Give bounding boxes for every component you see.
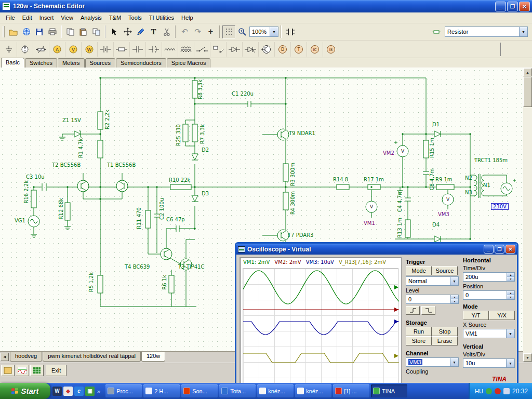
scroll-left-button[interactable]: ◀ xyxy=(1,353,9,361)
vertical-scrollbar[interactable]: ▲ ▼ xyxy=(523,68,532,362)
osc-minimize-button[interactable]: _ xyxy=(484,245,494,254)
task-button[interactable]: [1] ... xyxy=(333,384,369,397)
time-div-spinner[interactable]: 200u ▲▼ xyxy=(463,272,515,282)
copy-button[interactable] xyxy=(64,25,77,38)
minimized-window-button[interactable] xyxy=(1,365,15,376)
trigger-rising-edge-button[interactable] xyxy=(406,306,420,315)
yt-mode-button[interactable]: Y/T xyxy=(463,311,489,320)
volts-div-select[interactable]: 10u ▼ xyxy=(463,358,515,368)
chevron-down-icon[interactable]: ▼ xyxy=(270,27,278,36)
close-button[interactable]: ✕ xyxy=(519,2,530,11)
position-spinner[interactable]: 0 ▲▼ xyxy=(463,290,515,300)
ql-browser-icon[interactable]: e xyxy=(74,387,84,396)
chevron-down-icon[interactable]: ▼ xyxy=(450,358,458,366)
menu-item-t-m[interactable]: T&M xyxy=(105,14,125,22)
menu-item-insert[interactable]: Insert xyxy=(36,14,58,22)
scroll-down-button[interactable]: ▼ xyxy=(523,353,532,362)
save-button[interactable] xyxy=(33,25,46,38)
language-indicator[interactable]: HU xyxy=(475,388,483,394)
ground-button[interactable] xyxy=(1,42,17,57)
add-component-button[interactable]: + xyxy=(204,25,217,38)
pen-tool-button[interactable] xyxy=(134,25,147,38)
thyristor-button[interactable] xyxy=(243,42,259,57)
scroll-up-button[interactable]: ▲ xyxy=(523,68,532,76)
component-list-button[interactable] xyxy=(430,25,443,38)
wattmeter-button[interactable]: W xyxy=(82,42,98,57)
chevron-down-icon[interactable]: ▼ xyxy=(519,27,527,36)
relay-button[interactable] xyxy=(210,42,227,57)
ql-media-icon[interactable]: W xyxy=(52,387,62,396)
task-button[interactable]: knéz... xyxy=(257,384,294,397)
oscilloscope-title-bar[interactable]: Oscilloscope - Virtual _ ❐ ✕ xyxy=(236,244,517,255)
scrollbar-thumb[interactable] xyxy=(523,77,532,107)
task-button[interactable]: TINA xyxy=(371,384,407,397)
grid-window-button[interactable] xyxy=(30,365,44,376)
storage-run-button[interactable]: Run xyxy=(406,327,432,336)
maximize-button[interactable]: ❐ xyxy=(507,2,518,11)
ql-doc-icon[interactable]: ◆ xyxy=(63,387,73,396)
chevron-down-icon[interactable]: ▼ xyxy=(450,277,458,285)
inductor-button[interactable] xyxy=(162,42,178,57)
sheet-tab[interactable]: hoodveg xyxy=(10,352,42,362)
diode-button[interactable] xyxy=(227,42,243,57)
menu-item-edit[interactable]: Edit xyxy=(19,14,36,22)
zoom-level-select[interactable]: 100% ▼ xyxy=(249,26,278,37)
move-tool-button[interactable] xyxy=(121,25,134,38)
sheet-tab[interactable]: 120w xyxy=(141,352,165,362)
tray-volume-icon[interactable] xyxy=(503,388,510,394)
sheet-tab[interactable]: pwm kimenet holtidővel reál táppal xyxy=(43,352,141,362)
redo-button[interactable]: ↷ xyxy=(191,25,204,38)
oscilloscope-window[interactable]: Oscilloscope - Virtual _ ❐ ✕ VM1: 2mVVM2… xyxy=(235,242,518,387)
tab-spice-macros[interactable]: Spice Macros xyxy=(167,58,211,68)
task-button[interactable]: Tota... xyxy=(219,384,256,397)
osc-maximize-button[interactable]: ❐ xyxy=(495,245,504,254)
duplicate-button[interactable] xyxy=(90,25,103,38)
cut-button[interactable] xyxy=(160,25,173,38)
tab-semiconductors[interactable]: Semiconductors xyxy=(116,58,166,68)
yx-mode-button[interactable]: Y/X xyxy=(489,311,515,320)
select-tool-button[interactable] xyxy=(108,25,121,38)
print-button[interactable] xyxy=(46,25,59,38)
resistor-button[interactable] xyxy=(114,42,130,57)
menu-item-help[interactable]: Help xyxy=(178,14,197,22)
x-source-select[interactable]: VM1 ▼ xyxy=(463,329,515,338)
storage-stop-button[interactable]: Stop xyxy=(432,327,458,336)
task-button[interactable]: Proc... xyxy=(105,384,142,397)
trigger-mode-select[interactable]: Normal ▼ xyxy=(406,276,459,286)
ic-button[interactable]: IC xyxy=(307,42,323,57)
paste-button[interactable] xyxy=(77,25,90,38)
chevron-down-icon[interactable]: ▼ xyxy=(506,359,514,367)
potentiometer-button[interactable] xyxy=(33,42,49,57)
menu-item-analysis[interactable]: Analysis xyxy=(77,14,105,22)
undo-button[interactable]: ↶ xyxy=(178,25,191,38)
triac-button[interactable]: T xyxy=(291,42,307,57)
tab-meters[interactable]: Meters xyxy=(58,58,85,68)
task-button[interactable]: knéz... xyxy=(295,384,331,397)
grid-toggle-button[interactable] xyxy=(222,25,235,38)
chevron-down-icon[interactable]: ▼ xyxy=(506,329,514,338)
storage-erase-button[interactable]: Erase xyxy=(432,336,458,345)
tray-alert-icon[interactable] xyxy=(495,388,501,394)
diac-button[interactable]: D xyxy=(275,42,291,57)
clock[interactable]: 20:32 xyxy=(512,388,528,395)
tab-basic[interactable]: Basic xyxy=(1,58,24,68)
transistor-button[interactable] xyxy=(259,42,275,57)
zoom-tool-button[interactable] xyxy=(235,25,248,38)
voltmeter-button[interactable]: V xyxy=(65,42,82,57)
switch-button[interactable] xyxy=(194,42,210,57)
task-button[interactable]: Son... xyxy=(181,384,218,397)
tab-switches[interactable]: Switches xyxy=(25,58,57,68)
trigger-mode-button[interactable]: Mode xyxy=(406,266,432,275)
tray-status-icon[interactable] xyxy=(486,388,492,394)
exit-button[interactable]: Exit xyxy=(46,365,66,376)
task-button[interactable]: 2 H... xyxy=(143,384,180,397)
analysis-window-button[interactable] xyxy=(16,365,29,376)
battery-button[interactable] xyxy=(98,42,114,57)
menu-item-view[interactable]: View xyxy=(57,14,77,22)
menu-item-file[interactable]: File xyxy=(2,14,19,22)
text-tool-button[interactable]: T xyxy=(147,25,160,38)
transformer-button[interactable] xyxy=(178,42,194,57)
ql-show-desktop-icon[interactable]: ▣ xyxy=(85,387,95,396)
capacitor-button[interactable] xyxy=(130,42,146,57)
ql-overflow-chevron[interactable]: » xyxy=(97,388,100,394)
